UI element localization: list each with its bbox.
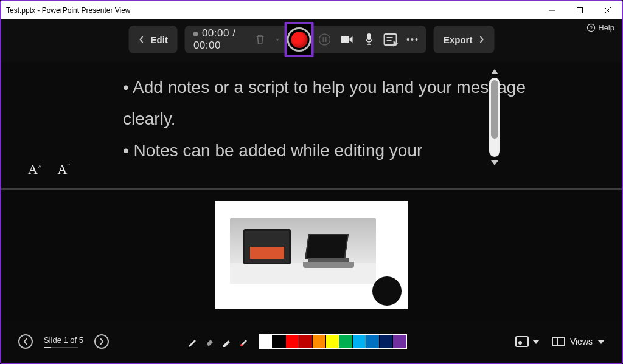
pen-icon xyxy=(187,336,198,347)
teleprompter-button[interactable] xyxy=(384,32,397,47)
pause-button xyxy=(319,32,331,47)
slide-preview-area xyxy=(1,190,622,320)
notes-line: • Add notes or a script to help you land… xyxy=(123,72,579,135)
svg-text:?: ? xyxy=(590,25,593,31)
slide-progress-indicator xyxy=(44,347,78,348)
chevron-left-icon xyxy=(23,338,29,345)
time-display: 00:00 / 00:00 xyxy=(193,27,236,51)
camera-toggle-button[interactable] xyxy=(341,32,354,47)
scroll-down-icon xyxy=(491,160,498,165)
views-label: Views xyxy=(570,337,593,346)
footer-bar: Slide 1 of 5 Views xyxy=(1,320,622,363)
color-swatch[interactable] xyxy=(393,335,406,348)
edit-button[interactable]: Edit xyxy=(129,26,178,53)
clear-recording-button xyxy=(255,32,266,47)
current-slide-thumbnail[interactable] xyxy=(215,201,408,309)
color-swatch[interactable] xyxy=(286,335,299,348)
pen-tool-button[interactable] xyxy=(187,335,199,348)
cameo-icon xyxy=(515,336,529,347)
record-icon xyxy=(291,32,307,48)
eraser-icon xyxy=(204,336,215,347)
color-swatch[interactable] xyxy=(326,335,339,348)
svg-rect-7 xyxy=(323,37,324,42)
window-title: Test.pptx - PowerPoint Presenter View xyxy=(6,6,131,15)
chevron-right-icon xyxy=(478,35,484,44)
next-slide-button[interactable] xyxy=(94,334,109,349)
views-menu-button[interactable]: Views xyxy=(552,337,605,346)
export-button[interactable]: Export xyxy=(434,26,495,53)
status-dot-icon xyxy=(193,32,198,36)
svg-point-6 xyxy=(319,34,330,45)
color-swatch[interactable] xyxy=(339,335,353,348)
record-button-highlight xyxy=(285,22,314,57)
chevron-down-icon xyxy=(276,36,280,43)
help-label: Help xyxy=(598,23,614,32)
laser-tool-button[interactable] xyxy=(238,335,250,348)
color-swatch[interactable] xyxy=(366,335,380,348)
slide-image xyxy=(230,218,376,284)
laser-icon xyxy=(238,336,249,347)
toolbar-area: ? Help Edit 00:00 / 00:00 xyxy=(1,19,622,62)
presenter-view-window: Test.pptx - PowerPoint Presenter View ? … xyxy=(0,0,623,364)
chevron-down-icon xyxy=(597,340,605,344)
color-swatch[interactable] xyxy=(259,335,273,348)
maximize-button[interactable] xyxy=(566,1,594,19)
decrease-font-button[interactable]: Aˇ xyxy=(58,162,69,177)
slide-counter: Slide 1 of 5 xyxy=(44,335,83,345)
cameo-menu-button[interactable] xyxy=(515,336,540,347)
help-button[interactable]: ? Help xyxy=(586,23,614,32)
footer-right-cluster: Views xyxy=(515,336,605,347)
previous-slide-button[interactable] xyxy=(18,334,33,349)
toolbar-cluster: Edit 00:00 / 00:00 xyxy=(129,26,495,53)
annotation-tools xyxy=(187,334,407,349)
chevron-left-icon xyxy=(139,35,145,44)
microphone-icon xyxy=(364,33,374,46)
color-swatch[interactable] xyxy=(380,335,393,348)
svg-point-11 xyxy=(240,344,243,346)
highlighter-tool-button[interactable] xyxy=(221,335,233,348)
views-icon xyxy=(552,337,565,346)
minimize-button[interactable] xyxy=(538,1,566,19)
chevron-right-icon xyxy=(99,338,105,345)
svg-rect-9 xyxy=(341,36,349,43)
trash-icon xyxy=(255,33,266,46)
chevron-down-icon xyxy=(532,340,540,344)
color-palette xyxy=(259,334,407,349)
notes-scrollbar[interactable] xyxy=(489,69,500,165)
font-size-controls: A^ Aˇ xyxy=(28,162,69,177)
color-swatch[interactable] xyxy=(273,335,286,348)
more-options-button[interactable] xyxy=(407,32,418,47)
increase-font-button[interactable]: A^ xyxy=(28,162,41,177)
pause-icon xyxy=(319,33,331,46)
microphone-toggle-button[interactable] xyxy=(364,32,374,47)
notes-panel: A^ Aˇ • Add notes or a script to help yo… xyxy=(1,62,622,188)
window-titlebar: Test.pptx - PowerPoint Presenter View xyxy=(1,1,622,19)
export-label: Export xyxy=(444,35,473,45)
record-button[interactable] xyxy=(287,27,312,52)
camera-icon xyxy=(341,35,354,44)
cameo-placeholder[interactable] xyxy=(372,276,402,306)
color-swatch[interactable] xyxy=(299,335,313,348)
color-swatch[interactable] xyxy=(313,335,326,348)
recording-status: 00:00 / 00:00 xyxy=(193,27,245,52)
teleprompter-icon xyxy=(384,33,397,46)
recording-toolbar: 00:00 / 00:00 xyxy=(185,26,426,53)
svg-rect-1 xyxy=(577,8,583,13)
window-controls xyxy=(538,1,622,19)
slide-counter-group: Slide 1 of 5 xyxy=(44,335,83,348)
notes-line: • Notes can be added while editing your xyxy=(123,135,579,167)
svg-rect-10 xyxy=(367,33,371,40)
close-button[interactable] xyxy=(594,1,622,19)
svg-rect-8 xyxy=(325,37,327,42)
edit-label: Edit xyxy=(151,35,168,45)
scrollbar-thumb[interactable] xyxy=(491,80,498,139)
highlighter-icon xyxy=(221,336,232,347)
eraser-tool-button[interactable] xyxy=(204,335,216,348)
color-swatch[interactable] xyxy=(353,335,366,348)
scroll-up-icon xyxy=(491,69,498,74)
more-icon xyxy=(407,38,418,41)
notes-text[interactable]: • Add notes or a script to help you land… xyxy=(123,72,579,188)
